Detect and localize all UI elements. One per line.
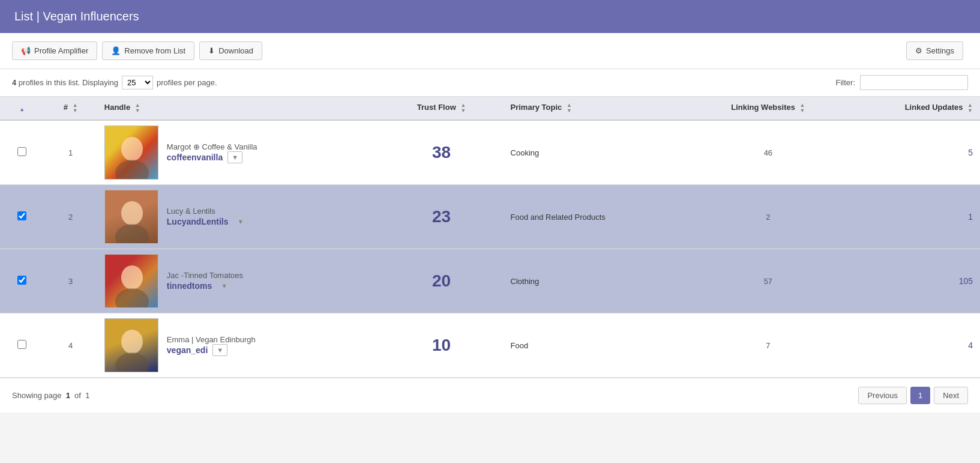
remove-from-list-button[interactable]: Remove from List: [102, 41, 194, 60]
profile-display-name: Emma | Vegan Edinburgh: [167, 335, 256, 344]
subtoolbar: 4 profiles in this list. Displaying 10 2…: [0, 69, 980, 97]
profile-amplifier-button[interactable]: Profile Amplifier: [12, 41, 97, 60]
page-1-button[interactable]: 1: [910, 387, 930, 404]
handle-dropdown-button[interactable]: ▼: [212, 344, 227, 356]
row-primary-topic: Food: [504, 313, 698, 378]
col-header-linked-updates[interactable]: Linked Updates ▲▼: [839, 97, 980, 120]
table-row: 3 Jac -Tinned Tomatoestinnedtoms▼20Cloth…: [0, 249, 980, 313]
profile-display-name: Lucy & Lentils: [167, 207, 248, 216]
handle-dropdown-button[interactable]: ▼: [217, 280, 232, 292]
footer: Showing page 1 of 1 Previous 1 Next: [0, 378, 980, 413]
row-linking-websites: 57: [697, 249, 838, 313]
row-linking-websites: 46: [697, 120, 838, 185]
row-trust-flow: 23: [380, 185, 504, 249]
toolbar-right: Settings: [906, 41, 968, 60]
row-checkbox[interactable]: [17, 276, 26, 285]
profiles-table: # ▲▼ Handle ▲▼ Trust Flow ▲▼ Primary Top…: [0, 97, 980, 378]
sort-arrows-handle: ▲▼: [135, 103, 140, 113]
row-checkbox[interactable]: [17, 211, 26, 220]
svg-point-2: [121, 201, 143, 225]
profile-display-name: Jac -Tinned Tomatoes: [167, 271, 243, 280]
page-header: List | Vegan Influencers: [0, 0, 980, 33]
row-trust-flow: 10: [380, 313, 504, 378]
row-linked-updates: 105: [839, 249, 980, 313]
row-handle-cell: Emma | Vegan Edinburghvegan_edi▼: [97, 313, 380, 378]
sort-arrows-topic: ▲▼: [567, 103, 572, 113]
profile-handle: vegan_edi: [167, 345, 208, 355]
handle-dropdown-button[interactable]: ▼: [233, 216, 248, 228]
row-checkbox[interactable]: [17, 147, 26, 156]
profile-name-wrap: Emma | Vegan Edinburghvegan_edi▼: [167, 335, 256, 356]
col-header-num[interactable]: # ▲▼: [44, 97, 97, 120]
row-linked-updates: 4: [839, 313, 980, 378]
svg-point-6: [121, 330, 143, 354]
per-page-text: profiles per page.: [157, 78, 217, 87]
handle-dropdown-button[interactable]: ▼: [227, 151, 242, 163]
user-minus-icon: [111, 46, 121, 55]
linked-updates-link[interactable]: 4: [968, 340, 973, 350]
profile-avatar: [104, 190, 158, 244]
svg-point-3: [115, 224, 149, 244]
showing-page-text: Showing page 1 of 1: [12, 391, 89, 400]
row-linked-updates: 1: [839, 185, 980, 249]
svg-point-1: [115, 160, 149, 180]
table-row: 4 Emma | Vegan Edinburghvegan_edi▼10Food…: [0, 313, 980, 378]
row-linked-updates: 5: [839, 120, 980, 185]
profile-name-wrap: Lucy & LentilsLucyandLentils▼: [167, 207, 248, 228]
settings-button[interactable]: Settings: [906, 41, 963, 60]
row-trust-flow: 38: [380, 120, 504, 185]
col-header-linking-websites[interactable]: Linking Websites ▲▼: [697, 97, 838, 120]
previous-button[interactable]: Previous: [858, 387, 907, 404]
download-icon: [208, 46, 215, 55]
svg-point-5: [115, 288, 149, 308]
table-row: 2 Lucy & LentilsLucyandLentils▼23Food an…: [0, 185, 980, 249]
table-container: # ▲▼ Handle ▲▼ Trust Flow ▲▼ Primary Top…: [0, 97, 980, 378]
row-handle-cell: Lucy & LentilsLucyandLentils▼: [97, 185, 380, 249]
profile-name-wrap: Margot ⊕ Coffee & Vanillacoffeenvanilla▼: [167, 142, 257, 163]
row-num: 3: [44, 249, 97, 313]
row-num: 4: [44, 313, 97, 378]
sort-arrows-lw: ▲▼: [800, 103, 805, 113]
row-handle-cell: Jac -Tinned Tomatoestinnedtoms▼: [97, 249, 380, 313]
svg-point-4: [121, 265, 143, 289]
profile-handle: coffeenvanilla: [167, 153, 223, 162]
col-header-trust-flow[interactable]: Trust Flow ▲▼: [380, 97, 504, 120]
row-checkbox[interactable]: [17, 340, 26, 349]
filter-label: Filter:: [836, 78, 856, 87]
linked-updates-link[interactable]: 5: [968, 148, 973, 157]
row-checkbox-cell: [0, 249, 44, 313]
row-trust-flow: 20: [380, 249, 504, 313]
linked-updates-link[interactable]: 1: [968, 212, 973, 222]
profile-handle: tinnedtoms: [167, 281, 212, 291]
svg-point-7: [115, 353, 149, 372]
sort-up-icon: [19, 104, 25, 113]
sort-arrows-lu: ▲▼: [967, 103, 973, 113]
col-header-handle[interactable]: Handle ▲▼: [97, 97, 380, 120]
profile-avatar: [104, 126, 158, 180]
table-header-row: # ▲▼ Handle ▲▼ Trust Flow ▲▼ Primary Top…: [0, 97, 980, 120]
row-primary-topic: Food and Related Products: [504, 185, 698, 249]
next-button[interactable]: Next: [934, 387, 968, 404]
row-primary-topic: Clothing: [504, 249, 698, 313]
row-primary-topic: Cooking: [504, 120, 698, 185]
profile-handle: LucyandLentils: [167, 217, 229, 226]
linked-updates-link[interactable]: 105: [959, 276, 973, 286]
svg-point-0: [121, 137, 143, 161]
profiles-count: 4 profiles in this list. Displaying: [12, 78, 118, 87]
row-num: 1: [44, 120, 97, 185]
page-title: List | Vegan Influencers: [14, 10, 139, 23]
download-button[interactable]: Download: [199, 41, 262, 60]
profile-avatar: [104, 318, 158, 372]
col-header-primary-topic[interactable]: Primary Topic ▲▼: [504, 97, 698, 120]
row-num: 2: [44, 185, 97, 249]
col-header-check: [0, 97, 44, 120]
profile-avatar: [104, 254, 158, 308]
table-row: 1 Margot ⊕ Coffee & Vanillacoffeenvanill…: [0, 120, 980, 185]
row-checkbox-cell: [0, 120, 44, 185]
row-checkbox-cell: [0, 185, 44, 249]
sort-arrows-tf: ▲▼: [460, 103, 466, 113]
per-page-select[interactable]: 10 25 50 100: [122, 76, 153, 89]
filter-input[interactable]: [860, 75, 968, 90]
row-linking-websites: 2: [697, 185, 838, 249]
sort-arrows-num: ▲▼: [73, 103, 78, 113]
